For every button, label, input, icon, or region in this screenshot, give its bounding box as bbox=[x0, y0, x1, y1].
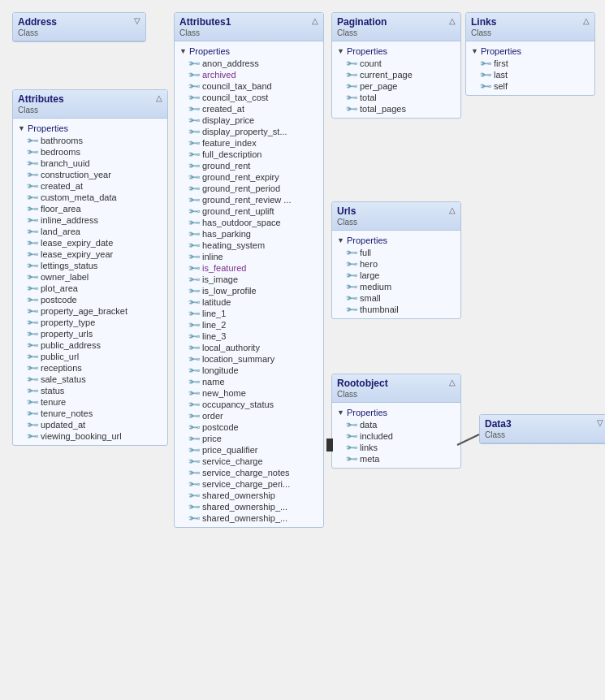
prop-ground-rent-uplift: 🔧ground_rent_uplift bbox=[176, 205, 322, 217]
wrench-icon: 🔧 bbox=[188, 296, 201, 308]
pagination-section-label: Properties bbox=[347, 46, 387, 56]
wrench-icon: 🔧 bbox=[188, 444, 201, 456]
wrench-icon: 🔧 bbox=[345, 304, 358, 315]
prop-branch-uuid: 🔧branch_uuid bbox=[15, 158, 166, 169]
wrench-icon: 🔧 bbox=[188, 331, 201, 342]
wrench-icon: 🔧 bbox=[26, 192, 39, 203]
prop-tenure-notes: 🔧tenure_notes bbox=[15, 408, 166, 419]
card-data3-header[interactable]: Data3 Class ▽ bbox=[480, 415, 605, 443]
card-urls-subtitle: Class bbox=[337, 218, 357, 227]
prop-self: 🔧self bbox=[468, 80, 593, 92]
prop-display-property-st: 🔧display_property_st... bbox=[176, 126, 322, 137]
attributes1-collapse-btn[interactable]: △ bbox=[312, 16, 318, 25]
pagination-collapse-btn[interactable]: △ bbox=[449, 16, 456, 25]
urls-triangle: ▼ bbox=[337, 236, 344, 244]
wrench-icon: 🔧 bbox=[345, 270, 358, 281]
attributes1-triangle: ▼ bbox=[179, 47, 187, 55]
wrench-icon: 🔧 bbox=[26, 385, 39, 396]
prop-shared-ownership-2: 🔧shared_ownership_... bbox=[176, 501, 322, 512]
card-pagination: Pagination Class △ ▼ Properties 🔧count 🔧… bbox=[331, 12, 461, 119]
card-links-header[interactable]: Links Class △ bbox=[466, 13, 594, 41]
prop-lease-expiry-date: 🔧lease_expiry_date bbox=[15, 237, 166, 248]
links-collapse-btn[interactable]: △ bbox=[583, 16, 590, 25]
prop-total-pages: 🔧total_pages bbox=[334, 103, 459, 115]
prop-status: 🔧status bbox=[15, 385, 166, 396]
wrench-icon: 🔧 bbox=[345, 453, 358, 465]
prop-has-outdoor-space: 🔧has_outdoor_space bbox=[176, 217, 322, 228]
attributes-section-header: ▼ Properties bbox=[15, 122, 166, 135]
card-attributes1-header[interactable]: Attributes1 Class △ bbox=[175, 13, 323, 41]
prop-ground-rent-expiry: 🔧ground_rent_expiry bbox=[176, 171, 322, 183]
card-urls: Urls Class △ ▼ Properties 🔧full 🔧hero 🔧l… bbox=[331, 201, 461, 319]
prop-small: 🔧small bbox=[334, 292, 459, 304]
wrench-icon: 🔧 bbox=[479, 69, 492, 80]
card-urls-header[interactable]: Urls Class △ bbox=[332, 202, 460, 231]
prop-per-page: 🔧per_page bbox=[334, 80, 459, 92]
prop-new-home: 🔧new_home bbox=[176, 387, 322, 399]
wrench-icon: 🔧 bbox=[188, 512, 201, 524]
prop-property-type: 🔧property_type bbox=[15, 317, 166, 328]
card-pagination-body: ▼ Properties 🔧count 🔧current_page 🔧per_p… bbox=[332, 41, 460, 118]
wrench-icon: 🔧 bbox=[188, 149, 201, 160]
card-pagination-title: Pagination bbox=[337, 16, 387, 28]
prop-council-tax-band: 🔧council_tax_band bbox=[176, 80, 322, 92]
prop-included: 🔧included bbox=[334, 430, 459, 442]
card-urls-body: ▼ Properties 🔧full 🔧hero 🔧large 🔧medium … bbox=[332, 231, 460, 318]
wrench-icon: 🔧 bbox=[188, 353, 201, 365]
wrench-icon: 🔧 bbox=[345, 103, 358, 115]
wrench-icon: 🔧 bbox=[479, 80, 492, 92]
prop-construction-year: 🔧construction_year bbox=[15, 169, 166, 180]
wrench-icon: 🔧 bbox=[26, 283, 39, 294]
prop-ground-rent: 🔧ground_rent bbox=[176, 160, 322, 171]
rootobject-section-header: ▼ Properties bbox=[334, 406, 459, 419]
prop-count: 🔧count bbox=[334, 58, 459, 69]
wrench-icon: 🔧 bbox=[26, 169, 39, 180]
prop-bedrooms: 🔧bedrooms bbox=[15, 146, 166, 158]
links-section-header: ▼ Properties bbox=[468, 45, 593, 58]
prop-shared-ownership-3: 🔧shared_ownership_... bbox=[176, 512, 322, 524]
prop-shared-ownership: 🔧shared_ownership bbox=[176, 490, 322, 501]
prop-line-2: 🔧line_2 bbox=[176, 319, 322, 331]
rootobject-collapse-btn[interactable]: △ bbox=[449, 378, 456, 387]
card-links-body: ▼ Properties 🔧first 🔧last 🔧self bbox=[466, 41, 594, 95]
prop-floor-area: 🔧floor_area bbox=[15, 203, 166, 214]
card-attributes-header[interactable]: Attributes Class △ bbox=[13, 90, 167, 119]
wrench-icon: 🔧 bbox=[188, 194, 201, 205]
card-rootobject-title: Rootobject bbox=[337, 378, 388, 389]
attributes-collapse-btn[interactable]: △ bbox=[156, 93, 162, 102]
card-address-header[interactable]: Address Class ▽ bbox=[13, 13, 145, 41]
wrench-icon: 🔧 bbox=[188, 467, 201, 478]
data3-collapse-btn[interactable]: ▽ bbox=[597, 418, 603, 427]
prop-first: 🔧first bbox=[468, 58, 593, 69]
card-data3-title: Data3 bbox=[485, 418, 512, 430]
card-rootobject: Rootobject Class △ ▼ Properties 🔧data 🔧i… bbox=[331, 374, 461, 469]
wrench-icon: 🔧 bbox=[345, 258, 358, 270]
wrench-icon: 🔧 bbox=[188, 421, 201, 433]
prop-anon-address: 🔧anon_address bbox=[176, 58, 322, 69]
wrench-icon: 🔧 bbox=[188, 69, 201, 80]
prop-inline-address: 🔧inline_address bbox=[15, 214, 166, 226]
prop-bathrooms: 🔧bathrooms bbox=[15, 135, 166, 146]
wrench-icon: 🔧 bbox=[26, 260, 39, 271]
wrench-icon: 🔧 bbox=[26, 351, 39, 362]
wrench-icon: 🔧 bbox=[188, 274, 201, 285]
prop-council-tax-cost: 🔧council_tax_cost bbox=[176, 92, 322, 103]
address-collapse-btn[interactable]: ▽ bbox=[134, 16, 140, 25]
wrench-icon: 🔧 bbox=[188, 365, 201, 376]
urls-collapse-btn[interactable]: △ bbox=[449, 205, 456, 214]
prop-land-area: 🔧land_area bbox=[15, 226, 166, 237]
prop-archived: 🔧archived bbox=[176, 69, 322, 80]
wrench-icon: 🔧 bbox=[188, 342, 201, 353]
prop-property-urls: 🔧property_urls bbox=[15, 328, 166, 339]
wrench-icon: 🔧 bbox=[26, 419, 39, 430]
card-attributes1-body: ▼ Properties 🔧anon_address 🔧archived 🔧co… bbox=[175, 41, 323, 527]
card-attributes: Attributes Class △ ▼ Properties 🔧bathroo… bbox=[12, 89, 168, 446]
prop-created-at: 🔧created_at bbox=[15, 180, 166, 192]
card-pagination-header[interactable]: Pagination Class △ bbox=[332, 13, 460, 41]
prop-ground-rent-period: 🔧ground_rent_period bbox=[176, 183, 322, 194]
pagination-triangle: ▼ bbox=[337, 47, 344, 55]
prop-price-qualifier: 🔧price_qualifier bbox=[176, 444, 322, 456]
wrench-icon: 🔧 bbox=[188, 126, 201, 137]
card-rootobject-header[interactable]: Rootobject Class △ bbox=[332, 374, 460, 403]
wrench-icon: 🔧 bbox=[26, 248, 39, 260]
